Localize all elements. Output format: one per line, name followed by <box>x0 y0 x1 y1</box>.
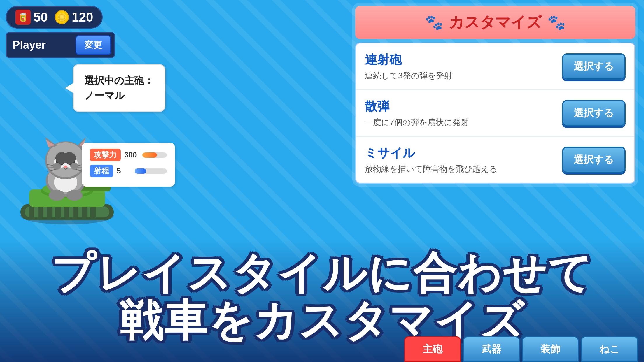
speech-line2: ノーマル <box>84 90 125 101</box>
svg-rect-3 <box>29 206 34 217</box>
stats-panel: 攻撃力 300 射程 5 <box>82 143 175 187</box>
customize-header: 🐾 カスタマイズ 🐾 <box>355 6 635 39</box>
attack-stat-row: 攻撃力 300 <box>90 149 167 161</box>
weapon-name-1: 散弾 <box>365 98 556 115</box>
speech-bubble: 選択中の主砲： ノーマル <box>73 64 165 112</box>
tank-area: 選択中の主砲： ノーマル <box>0 58 192 233</box>
tab-cat[interactable]: ねこ <box>581 336 638 362</box>
svg-rect-8 <box>73 206 78 217</box>
weapon-item-missile: ミサイル 放物線を描いて障害物を飛び越える 選択する <box>356 137 634 183</box>
can-currency: 🥫 50 <box>15 10 48 25</box>
speech-line1: 選択中の主砲： <box>84 75 154 86</box>
weapon-desc-1: 一度に7個の弾を扇状に発射 <box>365 117 556 128</box>
range-label: 射程 <box>90 165 113 177</box>
attack-bar-bg <box>142 152 167 158</box>
weapon-desc-2: 放物線を描いて障害物を飛び越える <box>365 164 556 175</box>
attack-label: 攻撃力 <box>90 149 121 161</box>
top-bar: 🥫 50 🪙 120 <box>6 6 103 29</box>
customize-list: 連射砲 連続して3発の弾を発射 選択する 散弾 一度に7個の弾を扇状に発射 選択… <box>355 43 635 184</box>
svg-rect-4 <box>38 206 43 217</box>
weapon-name-2: ミサイル <box>365 145 556 161</box>
coin-icon: 🪙 <box>55 10 69 24</box>
svg-rect-9 <box>82 206 87 217</box>
tab-weapon[interactable]: 武器 <box>463 336 520 362</box>
bottom-tabs: 主砲 武器 装飾 ねこ <box>404 336 638 362</box>
weapon-desc-0: 連続して3発の弾を発射 <box>365 70 556 81</box>
change-button[interactable]: 変更 <box>76 35 111 55</box>
range-bar-bg <box>135 168 167 174</box>
tab-decoration[interactable]: 装飾 <box>522 336 579 362</box>
attack-value: 300 <box>124 150 139 159</box>
range-bar-fill <box>135 168 146 174</box>
weapon-item-rensha: 連射砲 連続して3発の弾を発射 選択する <box>356 43 634 90</box>
select-button-0[interactable]: 選択する <box>562 53 626 80</box>
coin-currency: 🪙 120 <box>55 10 93 24</box>
tab-main-gun[interactable]: 主砲 <box>404 336 461 362</box>
svg-rect-10 <box>90 206 96 217</box>
svg-point-41 <box>63 152 76 164</box>
player-bar: Player 変更 <box>6 32 115 58</box>
customize-panel: 🐾 カスタマイズ 🐾 連射砲 連続して3発の弾を発射 選択する 散弾 一度に7個… <box>352 3 638 187</box>
select-button-1[interactable]: 選択する <box>562 100 626 126</box>
range-stat-row: 射程 5 <box>90 165 167 177</box>
can-icon: 🥫 <box>15 10 31 25</box>
svg-point-33 <box>64 166 67 168</box>
customize-title: カスタマイズ <box>449 12 542 33</box>
svg-point-45 <box>66 190 83 201</box>
attack-bar-fill <box>142 152 157 158</box>
weapon-name-0: 連射砲 <box>365 52 556 68</box>
svg-rect-6 <box>55 206 61 217</box>
select-button-2[interactable]: 選択する <box>562 147 626 173</box>
svg-point-43 <box>70 163 78 170</box>
svg-rect-5 <box>47 206 52 217</box>
can-value: 50 <box>34 10 48 24</box>
currency-bar: 🥫 50 🪙 120 <box>6 6 103 29</box>
svg-point-44 <box>49 190 65 201</box>
weapon-item-sandan: 散弾 一度に7個の弾を扇状に発射 選択する <box>356 90 634 137</box>
player-name: Player <box>13 39 71 51</box>
paw-left-icon: 🐾 <box>425 14 443 31</box>
svg-point-42 <box>53 163 61 170</box>
paw-right-icon: 🐾 <box>547 14 566 31</box>
range-value: 5 <box>117 166 131 175</box>
coin-value: 120 <box>72 10 93 24</box>
svg-rect-7 <box>64 206 69 217</box>
